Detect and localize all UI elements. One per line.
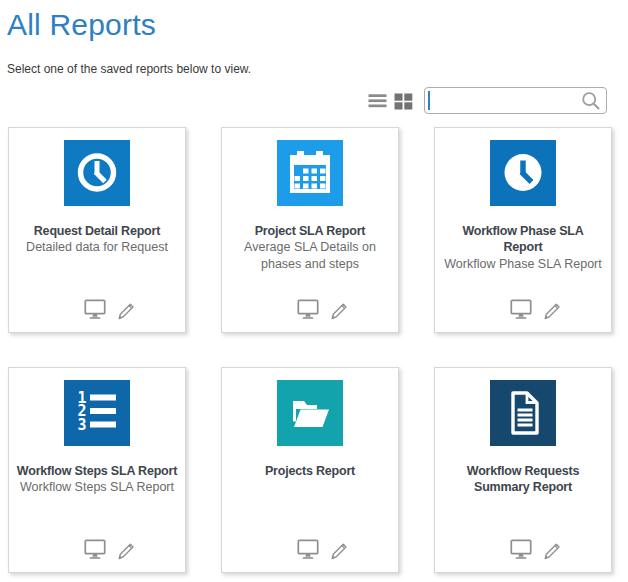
view-report-button[interactable]: [297, 539, 319, 560]
pencil-icon: [541, 299, 562, 320]
svg-text:3: 3: [77, 416, 86, 434]
report-title: Workflow Steps SLA Report: [17, 463, 177, 479]
report-icon-tile: [64, 140, 130, 206]
list-view-button[interactable]: [366, 90, 388, 112]
edit-report-button[interactable]: [328, 539, 349, 560]
report-card-workflow-requests-summary[interactable]: Workflow Requests Summary Report: [434, 367, 612, 573]
view-report-button[interactable]: [510, 539, 532, 560]
grid-view-button[interactable]: [392, 90, 414, 112]
pencil-icon: [328, 299, 349, 320]
edit-report-button[interactable]: [115, 539, 136, 560]
monitor-icon: [297, 539, 319, 560]
all-reports-page: All Reports Select one of the saved repo…: [0, 8, 628, 582]
edit-report-button[interactable]: [115, 299, 136, 320]
search-box: [424, 87, 607, 114]
numbered-list-icon: 1 2 3: [64, 380, 130, 446]
report-card-request-detail[interactable]: Request Detail Report Detailed data for …: [8, 127, 186, 333]
card-actions: [297, 299, 349, 332]
pencil-icon: [115, 539, 136, 560]
calendar-icon: [277, 140, 343, 206]
report-icon-tile: 1 2 3: [64, 380, 130, 446]
report-card-workflow-steps-sla[interactable]: 1 2 3 Workflow Steps SLA Report Workflow…: [8, 367, 186, 573]
edit-report-button[interactable]: [328, 299, 349, 320]
grid-view-icon: [394, 92, 413, 110]
pencil-icon: [115, 299, 136, 320]
report-subtitle: Detailed data for Request: [26, 239, 168, 255]
clock-outline-icon: [64, 140, 130, 206]
report-card-project-sla[interactable]: Project SLA Report Average SLA Details o…: [221, 127, 399, 333]
clock-filled-icon: [490, 140, 556, 206]
report-card-projects[interactable]: Projects Report: [221, 367, 399, 573]
text-caret: [428, 91, 430, 110]
view-report-button[interactable]: [297, 299, 319, 320]
report-title: Request Detail Report: [34, 223, 160, 239]
report-subtitle: Average SLA Details on phases and steps: [244, 239, 376, 272]
report-title: Workflow Phase SLA Report: [462, 223, 583, 256]
search-button[interactable]: [581, 91, 601, 111]
list-view-icon: [368, 93, 387, 109]
report-card-workflow-phase-sla[interactable]: Workflow Phase SLA Report Workflow Phase…: [434, 127, 612, 333]
card-actions: [510, 539, 562, 572]
page-title: All Reports: [7, 8, 628, 41]
page-subtitle: Select one of the saved reports below to…: [7, 62, 628, 76]
report-icon-tile: [277, 380, 343, 446]
document-icon: [490, 380, 556, 446]
edit-report-button[interactable]: [541, 539, 562, 560]
monitor-icon: [84, 539, 106, 560]
monitor-icon: [510, 539, 532, 560]
card-actions: [297, 539, 349, 572]
monitor-icon: [297, 299, 319, 320]
pencil-icon: [541, 539, 562, 560]
folder-open-icon: [277, 380, 343, 446]
report-subtitle: Workflow Phase SLA Report: [444, 256, 601, 272]
view-report-button[interactable]: [84, 299, 106, 320]
card-actions: [84, 299, 136, 332]
magnifier-icon: [581, 91, 601, 111]
report-title: Projects Report: [265, 463, 355, 479]
report-icon-tile: [490, 140, 556, 206]
monitor-icon: [510, 299, 532, 320]
pencil-icon: [328, 539, 349, 560]
report-icon-tile: [490, 380, 556, 446]
monitor-icon: [84, 299, 106, 320]
edit-report-button[interactable]: [541, 299, 562, 320]
view-report-button[interactable]: [84, 539, 106, 560]
view-report-button[interactable]: [510, 299, 532, 320]
search-input[interactable]: [425, 89, 581, 112]
card-actions: [510, 299, 562, 332]
report-subtitle: Workflow Steps SLA Report: [20, 479, 174, 495]
card-actions: [84, 539, 136, 572]
report-icon-tile: [277, 140, 343, 206]
report-title: Project SLA Report: [255, 223, 366, 239]
report-title: Workflow Requests Summary Report: [467, 463, 579, 496]
toolbar: [0, 87, 628, 114]
reports-grid: Request Detail Report Detailed data for …: [8, 127, 628, 573]
